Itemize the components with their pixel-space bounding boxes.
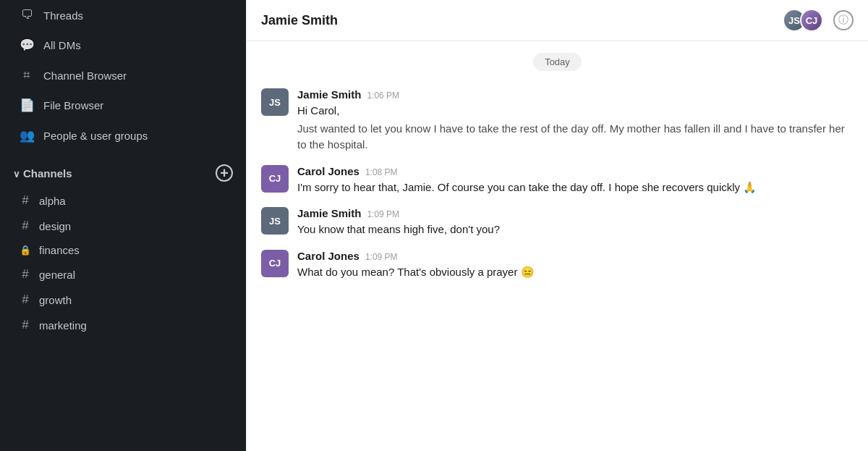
channel-item-marketing[interactable]: #marketing xyxy=(6,313,240,337)
chat-body: Today JSJamie Smith1:06 PMHi Carol,Just … xyxy=(247,41,868,451)
msg-time-msg2: 1:08 PM xyxy=(365,167,398,177)
date-divider: Today xyxy=(247,41,868,83)
msg-time-msg4: 1:09 PM xyxy=(365,252,398,262)
msg-content-msg2: Carol Jones1:08 PMI'm sorry to hear that… xyxy=(297,165,854,196)
chevron-down-icon: ∨ xyxy=(13,169,20,180)
msg-line-msg1-1: Just wanted to let you know I have to ta… xyxy=(297,121,854,153)
hash-icon: # xyxy=(19,193,32,208)
date-label: Today xyxy=(533,53,582,71)
avatar-carol-header: CJ xyxy=(800,9,823,32)
channel-item-design[interactable]: #design xyxy=(6,214,240,238)
msg-time-msg1: 1:06 PM xyxy=(367,90,399,101)
nav-icon-people-groups: 👥 xyxy=(19,128,35,143)
nav-label-threads: Threads xyxy=(43,9,83,22)
channel-item-finances[interactable]: 🔒finances xyxy=(6,239,240,261)
hash-icon: # xyxy=(19,267,32,282)
msg-content-msg1: Jamie Smith1:06 PMHi Carol,Just wanted t… xyxy=(297,88,854,153)
chat-title: Jamie Smith xyxy=(261,13,783,28)
sidebar-item-all-dms[interactable]: 💬All DMs xyxy=(6,30,240,60)
header-avatars: JS CJ xyxy=(783,9,823,32)
channel-name-alpha: alpha xyxy=(39,195,66,207)
msg-time-msg3: 1:09 PM xyxy=(367,209,399,219)
msg-meta-msg3: Jamie Smith1:09 PM xyxy=(297,207,854,219)
msg-content-msg3: Jamie Smith1:09 PMYou know that means hi… xyxy=(297,207,854,238)
sidebar: 🗨Threads💬All DMs⌗Channel Browser📄File Br… xyxy=(0,0,246,451)
msg-line-msg4-0: What do you mean? That's obviously a pra… xyxy=(297,264,854,281)
msg-line-msg1-0: Hi Carol, xyxy=(297,103,854,119)
message-group: JSJamie Smith1:06 PMHi Carol,Just wanted… xyxy=(247,83,868,159)
channel-name-general: general xyxy=(39,269,75,281)
avatar-msg3: JS xyxy=(261,207,289,235)
nav-icon-threads: 🗨 xyxy=(19,8,35,22)
msg-line-msg2-0: I'm sorry to hear that, Jamie. Of course… xyxy=(297,180,854,196)
nav-icon-file-browser: 📄 xyxy=(19,98,35,113)
msg-content-msg4: Carol Jones1:09 PMWhat do you mean? That… xyxy=(297,250,854,281)
sidebar-item-people-groups[interactable]: 👥People & user groups xyxy=(6,121,240,151)
channels-header: ∨Channels+ xyxy=(0,151,246,187)
hash-icon: # xyxy=(19,318,32,332)
nav-icon-channel-browser: ⌗ xyxy=(19,68,35,83)
channel-item-general[interactable]: #general xyxy=(6,262,240,287)
sidebar-item-channel-browser[interactable]: ⌗Channel Browser xyxy=(6,61,240,90)
msg-author-msg3: Jamie Smith xyxy=(297,207,361,219)
lock-icon: 🔒 xyxy=(19,245,32,256)
sidebar-item-threads[interactable]: 🗨Threads xyxy=(6,1,240,30)
nav-icon-all-dms: 💬 xyxy=(19,38,35,53)
avatar-msg1: JS xyxy=(261,88,289,116)
msg-author-msg4: Carol Jones xyxy=(297,250,359,262)
message-group: CJCarol Jones1:08 PMI'm sorry to hear th… xyxy=(247,159,868,202)
channel-name-finances: finances xyxy=(39,244,80,256)
hash-icon: # xyxy=(19,219,32,233)
msg-author-msg1: Jamie Smith xyxy=(297,88,361,101)
msg-meta-msg1: Jamie Smith1:06 PM xyxy=(297,88,854,101)
hash-icon: # xyxy=(19,292,32,307)
msg-meta-msg2: Carol Jones1:08 PM xyxy=(297,165,854,177)
nav-label-channel-browser: Channel Browser xyxy=(43,69,127,82)
msg-line-msg3-0: You know that means high five, don't you… xyxy=(297,222,854,238)
channels-section: ∨Channels+#alpha#design🔒finances#general… xyxy=(0,151,246,338)
message-group: CJCarol Jones1:09 PMWhat do you mean? Th… xyxy=(247,244,868,287)
nav-label-people-groups: People & user groups xyxy=(43,130,148,142)
channels-label: ∨Channels xyxy=(13,167,72,180)
avatar-msg4: CJ xyxy=(261,250,289,277)
sidebar-nav: 🗨Threads💬All DMs⌗Channel Browser📄File Br… xyxy=(0,0,246,151)
msg-meta-msg4: Carol Jones1:09 PM xyxy=(297,250,854,262)
message-group: JSJamie Smith1:09 PMYou know that means … xyxy=(247,201,868,244)
nav-label-all-dms: All DMs xyxy=(43,39,81,51)
msg-author-msg2: Carol Jones xyxy=(297,165,359,177)
avatar-msg2: CJ xyxy=(261,165,289,193)
add-channel-button[interactable]: + xyxy=(216,164,233,182)
channel-name-growth: growth xyxy=(39,294,72,306)
nav-label-file-browser: File Browser xyxy=(43,99,103,111)
chat-header: Jamie Smith JS CJ ⓘ xyxy=(247,0,868,41)
channel-name-marketing: marketing xyxy=(39,319,87,332)
channel-item-growth[interactable]: #growth xyxy=(6,287,240,312)
info-button[interactable]: ⓘ xyxy=(833,10,854,30)
main-chat: Jamie Smith JS CJ ⓘ Today JSJamie Smith1… xyxy=(246,0,868,451)
sidebar-item-file-browser[interactable]: 📄File Browser xyxy=(6,90,240,120)
channel-name-design: design xyxy=(39,220,71,232)
channel-item-alpha[interactable]: #alpha xyxy=(6,188,240,213)
